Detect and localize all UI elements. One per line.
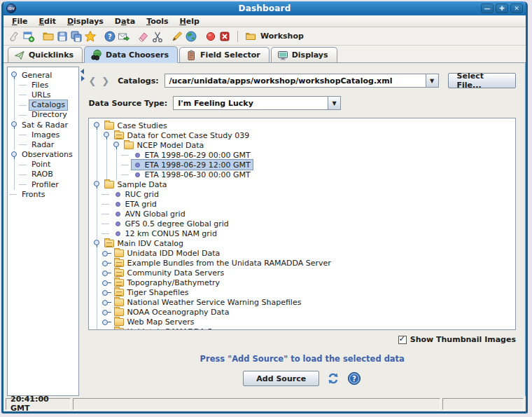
tree-item[interactable]: ETA 1998-06-29 00:00 GMT (92, 150, 514, 160)
collapse-left-icon[interactable] (80, 69, 84, 74)
tree-item-content[interactable]: Tiger Shapefiles (112, 287, 190, 297)
tree-item[interactable]: Fronts (9, 189, 78, 199)
tree-item-content[interactable]: Case Studies (102, 121, 169, 130)
stop-icon[interactable] (218, 30, 232, 43)
tree-item[interactable]: ETA 1998-06-30 00:00 GMT (92, 170, 514, 179)
tab-quicklinks[interactable]: Quicklinks (8, 47, 83, 62)
tree-item[interactable]: Main IDV Catalog (92, 238, 514, 248)
tree-item[interactable]: RUC grid (92, 189, 514, 199)
menu-help[interactable]: Help (174, 16, 205, 27)
tree-expander-icon[interactable] (102, 327, 112, 330)
tree-item-content[interactable]: AVN Global grid (112, 209, 187, 219)
tree-item[interactable]: Topography/Bathymetry (92, 278, 514, 287)
tree-item-content[interactable]: Main IDV Catalog (102, 238, 186, 248)
help-icon[interactable]: ? (347, 371, 361, 385)
new-window-icon[interactable] (22, 30, 36, 43)
catalog-combobox[interactable]: /ucar/unidata/apps/workshop/workshopCata… (164, 74, 439, 88)
splitpane-divider[interactable] (79, 67, 85, 396)
tree-item-content[interactable]: NOAA Oceanography Data (112, 307, 231, 317)
tree-item-content[interactable]: National Weather Service Warning Shapefi… (112, 297, 303, 307)
tree-expander-icon[interactable] (9, 120, 20, 130)
data-source-type-dropdown-icon[interactable]: ▼ (328, 97, 340, 109)
menu-file[interactable]: File (6, 16, 34, 27)
save-as-icon[interactable] (69, 30, 83, 43)
tree-item-content[interactable]: Observations (20, 150, 75, 160)
tree-item[interactable]: Example Bundles from the Unidata RAMADDA… (92, 258, 514, 268)
close-button[interactable]: ✕ (510, 4, 523, 13)
menu-tools[interactable]: Tools (141, 16, 174, 27)
tree-item-selected[interactable]: Catalogs (29, 100, 67, 110)
history-forward-icon[interactable]: ❯ (102, 76, 111, 86)
tree-item-content[interactable]: Directory (29, 110, 69, 120)
data-source-type-value[interactable]: I'm Feeling Lucky (174, 97, 328, 109)
tree-item[interactable]: Web Map Servers (92, 317, 514, 327)
open-file-icon[interactable] (41, 30, 55, 43)
select-file-button[interactable]: Select File... (448, 73, 516, 88)
show-thumbnails-checkbox[interactable] (398, 336, 407, 344)
tree-item[interactable]: Unidata IDD Model Data (92, 248, 514, 258)
tree-item[interactable]: ETA grid (92, 199, 514, 209)
catalog-dropdown-icon[interactable]: ▼ (426, 74, 438, 87)
tree-item[interactable]: Catalogs (9, 100, 78, 110)
add-source-button[interactable]: Add Source (243, 371, 319, 386)
send-support-icon[interactable] (117, 30, 131, 43)
title-bar[interactable]: IDV Dashboard — ✚ ✕ (4, 1, 526, 15)
catalog-value[interactable]: /ucar/unidata/apps/workshop/workshopCata… (165, 74, 426, 87)
tree-item-content[interactable]: Fronts (20, 189, 48, 199)
tree-item[interactable]: National Weather Service Warning Shapefi… (92, 297, 514, 307)
eraser-icon[interactable] (136, 30, 150, 43)
tree-expander-icon[interactable] (102, 278, 112, 287)
tree-item[interactable]: Radar (9, 139, 78, 149)
tree-expander-icon[interactable] (102, 287, 112, 297)
tree-item[interactable]: Sat & Radar (9, 120, 78, 130)
tree-item-content[interactable]: RUC grid (112, 189, 160, 199)
tree-expander-icon[interactable] (111, 140, 122, 150)
tree-item[interactable]: ETA 1998-06-29 12:00 GMT (92, 160, 514, 170)
edit-icon[interactable] (170, 30, 184, 43)
tree-expander-icon[interactable] (102, 268, 112, 278)
tree-item[interactable]: Unidata's RAMADDA Server (92, 327, 514, 330)
tree-item-content[interactable]: GFS 0.5 degree Global grid (112, 219, 230, 228)
tree-expander-icon[interactable] (92, 238, 102, 248)
tree-item[interactable]: AVN Global grid (92, 209, 514, 219)
globe-icon[interactable] (184, 30, 198, 43)
tree-expander-icon[interactable] (102, 258, 112, 268)
tree-item-content[interactable]: Files (29, 80, 50, 90)
tree-item-content[interactable]: URLs (29, 90, 53, 100)
show-dashboard-icon[interactable] (8, 30, 22, 43)
menu-displays[interactable]: Displays (62, 16, 109, 27)
tab-data-choosers[interactable]: Data Choosers (84, 46, 178, 63)
tree-item-content[interactable]: ETA 1998-06-30 00:00 GMT (132, 170, 252, 179)
tree-item-content[interactable]: RAOB (29, 170, 55, 179)
tree-expander-icon[interactable] (102, 317, 112, 327)
tree-item-content[interactable]: Data for Comet Case Study 039 (112, 130, 251, 140)
tree-item[interactable]: General (9, 70, 78, 80)
tree-item[interactable]: NCEP Model Data (92, 140, 514, 150)
tree-item[interactable]: Sample Data (92, 179, 514, 189)
tree-item[interactable]: Observations (9, 150, 78, 160)
tree-item-content[interactable]: Unidata's RAMADDA Server (112, 327, 234, 330)
tree-item-content[interactable]: Web Map Servers (112, 317, 196, 327)
tree-item[interactable]: RAOB (9, 170, 78, 179)
tree-expander-icon[interactable] (92, 121, 102, 130)
tree-expander-icon[interactable] (102, 248, 112, 258)
tree-expander-icon[interactable] (9, 70, 20, 80)
tree-item-content[interactable]: ETA 1998-06-29 00:00 GMT (132, 150, 252, 160)
tree-item-content[interactable]: Sat & Radar (20, 120, 70, 130)
tree-item[interactable]: Profiler (9, 179, 78, 189)
tree-item-content[interactable]: Profiler (29, 179, 61, 189)
tab-displays[interactable]: Displays (271, 47, 337, 62)
minimize-button[interactable]: — (481, 4, 493, 13)
tree-item[interactable]: Case Studies (92, 121, 514, 130)
history-back-icon[interactable]: ❮ (88, 76, 97, 86)
tree-expander-icon[interactable] (9, 150, 20, 160)
refresh-icon[interactable] (326, 371, 340, 385)
tree-item[interactable]: Data for Comet Case Study 039 (92, 130, 514, 140)
tree-item[interactable]: Directory (9, 110, 78, 120)
tree-item-content[interactable]: Unidata IDD Model Data (112, 248, 222, 258)
data-source-type-combobox[interactable]: I'm Feeling Lucky ▼ (173, 96, 341, 110)
tree-item[interactable]: NOAA Oceanography Data (92, 307, 514, 317)
record-icon[interactable] (204, 30, 218, 43)
tree-item-content[interactable]: Topography/Bathymetry (112, 278, 222, 287)
tree-item[interactable]: URLs (9, 90, 78, 100)
